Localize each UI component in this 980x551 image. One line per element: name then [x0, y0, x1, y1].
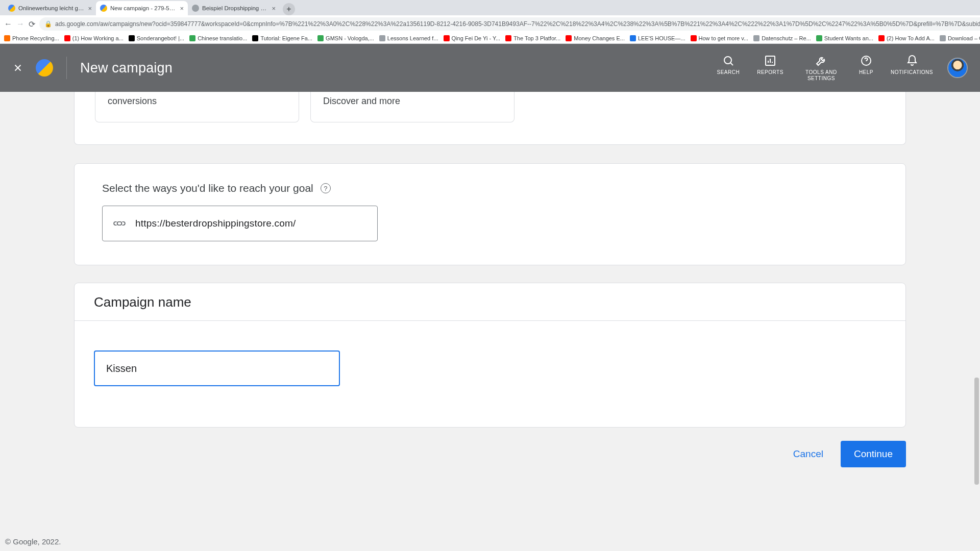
bookmark-item[interactable]: The Top 3 Platfor...: [505, 35, 560, 41]
bookmark-item[interactable]: Qing Fei De Yi - Y...: [444, 35, 501, 41]
bookmark-item[interactable]: GMSN - Vologda,...: [317, 35, 374, 41]
notifications-button[interactable]: NOTIFICATIONS: [891, 54, 933, 76]
lock-icon: 🔒: [44, 20, 52, 28]
url-value: https://besterdropshippingstore.com/: [135, 218, 296, 229]
address-row: ← → ⟳ 🔒 ads.google.com/aw/campaigns/new?…: [0, 15, 980, 33]
bookmark-item[interactable]: (2) How To Add A...: [878, 35, 935, 41]
campaign-name-card: Campaign name: [74, 283, 906, 428]
help-icon[interactable]: ?: [321, 183, 331, 193]
help-icon: [860, 54, 873, 67]
bookmark-item[interactable]: Sonderangebot! |...: [129, 35, 184, 41]
campaign-name-heading: Campaign name: [94, 294, 886, 310]
forward-icon[interactable]: →: [16, 18, 24, 30]
close-icon[interactable]: [12, 62, 23, 73]
campaign-option-discover[interactable]: Discover and more: [310, 92, 514, 122]
bookmark-item[interactable]: How to get more v...: [691, 35, 749, 41]
address-bar[interactable]: 🔒 ads.google.com/aw/campaigns/new?ocid=3…: [39, 17, 980, 31]
help-button[interactable]: HELP: [859, 54, 873, 76]
footer-copyright: © Google, 2022.: [5, 537, 61, 546]
tab-2[interactable]: Beispiel Dropshipping Store ×: [188, 1, 280, 15]
close-icon[interactable]: ×: [272, 5, 276, 12]
reports-icon: [764, 54, 777, 67]
campaign-name-input[interactable]: [106, 363, 328, 374]
cancel-button[interactable]: Cancel: [780, 441, 837, 467]
close-icon[interactable]: ×: [180, 5, 184, 12]
bookmark-item[interactable]: Phone Recycling...: [4, 35, 59, 41]
tab-title: New campaign - 279-560-189: [110, 5, 177, 11]
app-header: New campaign SEARCH REPORTS TOOLS AND SE…: [0, 44, 980, 92]
browser-chrome: Onlinewerbung leicht gemach × New campai…: [0, 0, 980, 44]
url-text: ads.google.com/aw/campaigns/new?ocid=359…: [55, 20, 980, 28]
wrench-icon: [815, 54, 828, 67]
bookmark-item[interactable]: Money Changes E...: [566, 35, 625, 41]
tab-1[interactable]: New campaign - 279-560-189 ×: [96, 1, 188, 15]
goal-label: Select the ways you'd like to reach your…: [102, 182, 878, 194]
bookmark-item[interactable]: Lessons Learned f...: [379, 35, 438, 41]
action-row: Cancel Continue: [74, 441, 906, 467]
reload-icon[interactable]: ⟳: [29, 18, 35, 30]
tab-title: Beispiel Dropshipping Store: [202, 5, 268, 11]
tab-favicon: [100, 5, 107, 12]
tab-favicon: [8, 5, 15, 12]
scrollbar[interactable]: [974, 378, 979, 485]
search-button[interactable]: SEARCH: [717, 54, 740, 76]
bookmark-item[interactable]: (1) How Working a...: [64, 35, 124, 41]
website-url-field[interactable]: https://besterdropshippingstore.com/: [102, 206, 378, 241]
bookmark-item[interactable]: Download – Cooki...: [940, 35, 980, 41]
bell-icon: [905, 54, 919, 67]
tab-favicon: [192, 5, 199, 12]
campaign-type-card: conversions Discover and more: [74, 92, 906, 145]
tools-button[interactable]: TOOLS AND SETTINGS: [801, 54, 842, 82]
bookmark-item[interactable]: LEE'S HOUSE—...: [630, 35, 685, 41]
goal-card: Select the ways you'd like to reach your…: [74, 163, 906, 265]
bookmark-item[interactable]: Tutorial: Eigene Fa...: [252, 35, 312, 41]
campaign-name-input-wrap[interactable]: [94, 350, 340, 386]
divider: [66, 57, 67, 79]
tab-title: Onlinewerbung leicht gemach: [18, 5, 85, 11]
reports-button[interactable]: REPORTS: [757, 54, 783, 76]
account-avatar[interactable]: [947, 58, 968, 78]
continue-button[interactable]: Continue: [841, 441, 906, 467]
bookmark-item[interactable]: Chinese translatio...: [189, 35, 247, 41]
bookmark-bar: Phone Recycling... (1) How Working a... …: [0, 33, 980, 44]
tab-strip: Onlinewerbung leicht gemach × New campai…: [0, 0, 980, 15]
link-icon: [113, 220, 126, 227]
close-icon[interactable]: ×: [88, 5, 92, 12]
svg-point-0: [724, 57, 731, 64]
bookmark-item[interactable]: Student Wants an...: [816, 35, 873, 41]
content-area: conversions Discover and more Select the…: [0, 92, 980, 551]
tab-0[interactable]: Onlinewerbung leicht gemach ×: [4, 1, 96, 15]
back-icon[interactable]: ←: [4, 18, 12, 30]
page-title: New campaign: [80, 60, 173, 76]
new-tab-button[interactable]: +: [283, 3, 295, 15]
campaign-option-conversions[interactable]: conversions: [95, 92, 299, 122]
google-ads-logo[interactable]: [36, 59, 53, 77]
search-icon: [722, 54, 735, 67]
bookmark-item[interactable]: Datenschutz – Re...: [753, 35, 811, 41]
